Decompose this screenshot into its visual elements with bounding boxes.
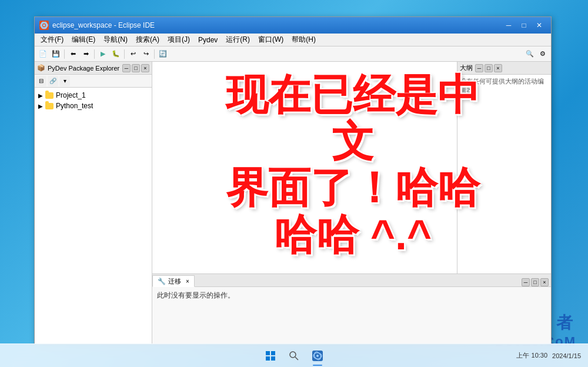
toolbar-right-section: 🔍 ⚙ [524, 48, 549, 60]
bottom-close-button[interactable]: × [540, 278, 549, 286]
expand-arrow-1: ▶ [38, 92, 43, 99]
expand-arrow-2: ▶ [38, 103, 43, 109]
outline-content: 没有任何可提供大纲的活动编辑器。 [457, 75, 551, 273]
bottom-max-button[interactable]: □ [531, 278, 539, 286]
toolbar-save[interactable]: 💾 [50, 48, 62, 60]
svg-rect-7 [271, 356, 275, 361]
migration-tab[interactable]: 🔧 迁移 × [152, 275, 195, 287]
editor-content[interactable] [152, 62, 457, 273]
menu-search[interactable]: 搜索(A) [132, 34, 163, 46]
panel-min-button[interactable]: ─ [122, 64, 131, 72]
menu-run[interactable]: 运行(R) [222, 34, 253, 46]
toolbar-redo[interactable]: ↪ [140, 48, 152, 60]
taskbar-time: 上午 10:30 [516, 351, 547, 360]
toolbar-separator-1 [64, 49, 65, 59]
taskbar-center [260, 345, 328, 366]
eclipse-icon [39, 21, 49, 30]
panel-controls: ─ □ × [122, 64, 149, 72]
package-explorer-title: PyDev Package Explorer [48, 65, 120, 72]
menu-help[interactable]: 帮助(H) [288, 34, 319, 46]
maximize-button[interactable]: □ [517, 19, 531, 31]
menu-file[interactable]: 文件(F) [37, 34, 67, 46]
bottom-panel: 🔧 迁移 × ─ □ × 此时没有要显示的操作。 [152, 273, 551, 344]
editor-area [152, 62, 457, 273]
bottom-tabs: 🔧 迁移 × ─ □ × [152, 274, 551, 287]
menu-project[interactable]: 项目(J) [164, 34, 193, 46]
eclipse-window: eclipse_workspace - Eclipse IDE ─ □ ✕ 文件… [34, 16, 552, 345]
toolbar-settings[interactable]: ⚙ [537, 48, 549, 60]
svg-rect-5 [271, 351, 275, 355]
toolbar-debug[interactable]: 🐛 [110, 48, 122, 60]
bottom-content: 此时没有要显示的操作。 [152, 287, 551, 344]
toolbar-separator-4 [154, 49, 155, 59]
window-controls: ─ □ ✕ [502, 19, 546, 31]
migration-tab-icon: 🔧 [158, 278, 166, 285]
package-explorer-toolbar: ⊟ 🔗 ▾ [35, 75, 152, 88]
collapse-all-button[interactable]: ⊟ [36, 76, 46, 86]
svg-rect-6 [266, 356, 270, 361]
taskbar-eclipse-indicator [313, 365, 322, 366]
outline-empty-message: 没有任何可提供大纲的活动编辑器。 [460, 78, 544, 94]
title-bar: eclipse_workspace - Eclipse IDE ─ □ ✕ [35, 17, 551, 34]
menu-window[interactable]: 窗口(W) [255, 34, 287, 46]
package-explorer-icon: 📦 [37, 64, 45, 72]
close-button[interactable]: ✕ [532, 19, 546, 31]
project1-label: Project_1 [56, 91, 86, 99]
bottom-toolbar: ─ □ × [522, 278, 549, 286]
taskbar-date: 2024/1/15 [552, 352, 581, 359]
outline-header: 大纲 ─ □ × [457, 62, 551, 75]
menu-navigate[interactable]: 导航(N) [100, 34, 131, 46]
menu-bar: 文件(F) 编辑(E) 导航(N) 搜索(A) 项目(J) Pydev 运行(R… [35, 34, 551, 46]
svg-point-13 [316, 355, 319, 357]
project1-folder-icon [45, 92, 54, 99]
toolbar-back[interactable]: ⬅ [67, 48, 79, 60]
taskbar-search[interactable] [283, 345, 305, 366]
minimize-button[interactable]: ─ [502, 19, 516, 31]
outline-max-button[interactable]: □ [485, 64, 493, 72]
taskbar-right: 上午 10:30 2024/1/15 [516, 351, 581, 360]
tree-item-python-test[interactable]: ▶ Python_test [35, 101, 152, 111]
view-menu-button[interactable]: ▾ [59, 76, 70, 86]
window-title: eclipse_workspace - Eclipse IDE [52, 21, 502, 29]
toolbar-forward[interactable]: ➡ [80, 48, 92, 60]
python-test-label: Python_test [56, 102, 93, 110]
toolbar-undo[interactable]: ↩ [127, 48, 139, 60]
toolbar-search[interactable]: 🔍 [524, 48, 536, 60]
project-tree: ▶ Project_1 ▶ Python_test [35, 88, 152, 344]
toolbar-separator-2 [94, 49, 95, 59]
outline-title: 大纲 [460, 64, 473, 72]
python-test-folder-icon [45, 103, 54, 109]
toolbar-separator-3 [124, 49, 125, 59]
taskbar-start[interactable] [260, 345, 281, 366]
center-wrapper: 大纲 ─ □ × 没有任何可提供大纲的活动编辑器。 [152, 62, 551, 344]
main-toolbar: 📄 💾 ⬅ ➡ ▶ 🐛 ↩ ↪ 🔄 🔍 ⚙ [35, 46, 551, 62]
taskbar: 上午 10:30 2024/1/15 [0, 343, 588, 367]
package-explorer-header: 📦 PyDev Package Explorer ─ □ × [35, 62, 152, 75]
toolbar-new[interactable]: 📄 [37, 48, 49, 60]
svg-rect-4 [266, 351, 270, 355]
panel-max-button[interactable]: □ [132, 64, 140, 72]
menu-edit[interactable]: 编辑(E) [68, 34, 99, 46]
outline-close-button[interactable]: × [494, 64, 502, 72]
editor-outline-row: 大纲 ─ □ × 没有任何可提供大纲的活动编辑器。 [152, 62, 551, 273]
toolbar-refresh[interactable]: 🔄 [157, 48, 169, 60]
migration-tab-label: 迁移 [168, 277, 181, 286]
svg-point-3 [43, 24, 45, 26]
svg-point-8 [290, 352, 296, 358]
outline-min-button[interactable]: ─ [475, 64, 483, 72]
main-content-area: 📦 PyDev Package Explorer ─ □ × ⊟ 🔗 ▾ ▶ [35, 62, 551, 344]
bottom-min-button[interactable]: ─ [522, 278, 530, 286]
panel-close-button[interactable]: × [141, 64, 149, 72]
link-editor-button[interactable]: 🔗 [48, 76, 58, 86]
svg-line-9 [295, 357, 298, 360]
taskbar-eclipse[interactable] [307, 345, 328, 366]
bottom-empty-message: 此时没有要显示的操作。 [157, 291, 235, 299]
migration-tab-close[interactable]: × [186, 278, 189, 285]
tree-item-project1[interactable]: ▶ Project_1 [35, 90, 152, 101]
outline-controls: ─ □ × [475, 64, 502, 72]
package-explorer-panel: 📦 PyDev Package Explorer ─ □ × ⊟ 🔗 ▾ ▶ [35, 62, 152, 344]
outline-panel: 大纲 ─ □ × 没有任何可提供大纲的活动编辑器。 [457, 62, 551, 273]
toolbar-run[interactable]: ▶ [97, 48, 109, 60]
menu-pydev[interactable]: Pydev [195, 35, 221, 45]
